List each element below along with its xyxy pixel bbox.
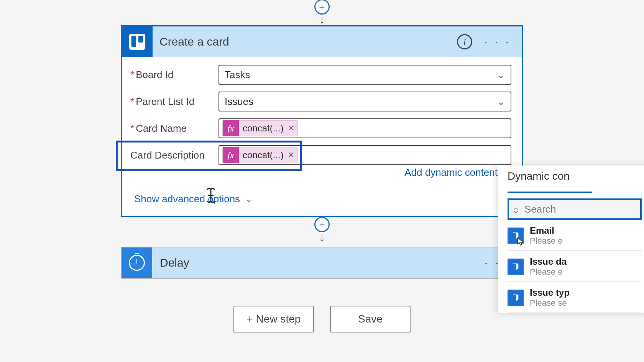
token-label: concat(...) [243, 123, 284, 134]
parent-list-id-dropdown[interactable]: Issues ⌄ [219, 92, 511, 111]
divider [508, 313, 642, 313]
field-label-card-name: *Card Name [130, 123, 219, 134]
expression-token[interactable]: fx concat(...) ✕ [222, 120, 298, 136]
action-card-body: *Board Id Tasks ⌄ *Parent List Id Issues… [122, 57, 522, 216]
footer-buttons: + New step Save [121, 306, 523, 333]
dynamic-content-item-issue-date[interactable]: Issue da Please e [508, 256, 644, 277]
field-parent-list-id: *Parent List Id Issues ⌄ [130, 92, 511, 111]
divider [508, 251, 642, 251]
field-label-card-description: Card Description [130, 149, 219, 161]
form-field-icon [508, 228, 524, 244]
connector-bottom: + ↓ [121, 218, 523, 243]
dc-item-sub: Please e [530, 267, 567, 277]
dc-item-title: Issue da [530, 256, 567, 267]
dynamic-content-item-email[interactable]: Email Please e [508, 225, 644, 246]
divider [508, 282, 642, 282]
card-name-input[interactable]: fx concat(...) ✕ [219, 118, 511, 138]
arrow-down-icon: ↓ [319, 14, 325, 25]
token-label: concat(...) [243, 150, 284, 161]
more-icon[interactable]: · · · [484, 34, 511, 50]
card-description-input[interactable]: fx concat(...) ✕ [219, 145, 511, 165]
chevron-down-icon: ⌄ [497, 96, 505, 108]
add-step-plus-icon[interactable]: + [314, 217, 330, 232]
field-board-id: *Board Id Tasks ⌄ [130, 65, 511, 85]
add-step-plus-icon[interactable]: + [314, 0, 330, 15]
show-advanced-options-label: Show advanced options [134, 193, 240, 205]
field-label-board-id: *Board Id [130, 69, 219, 81]
dynamic-content-heading: Dynamic con [508, 170, 644, 182]
info-icon[interactable]: i [457, 34, 472, 49]
dynamic-content-item-issue-type[interactable]: Issue typ Please se [508, 287, 644, 308]
arrow-down-icon: ↓ [319, 231, 325, 243]
expression-token[interactable]: fx concat(...) ✕ [222, 147, 298, 163]
dynamic-content-tab-underline[interactable] [508, 190, 592, 193]
dynamic-content-panel: Dynamic con ⌕ Search Email Please e Issu… [498, 165, 644, 313]
stopwatch-icon [122, 247, 152, 278]
dc-item-title: Email [530, 225, 563, 236]
dc-item-sub: Please e [530, 236, 563, 246]
fx-icon: fx [223, 120, 239, 136]
field-label-parent-list: *Parent List Id [130, 96, 219, 108]
search-icon: ⌕ [513, 203, 519, 215]
chevron-down-icon: ⌄ [245, 194, 252, 204]
connector-top: + ↓ [121, 0, 523, 25]
chevron-down-icon: ⌄ [497, 69, 505, 81]
show-advanced-options-link[interactable]: Show advanced options ⌄ [134, 193, 252, 205]
remove-token-icon[interactable]: ✕ [288, 150, 294, 160]
svg-rect-1 [131, 36, 136, 47]
svg-rect-2 [138, 36, 143, 43]
dynamic-content-search-input[interactable]: ⌕ Search [508, 198, 642, 220]
parent-list-value: Issues [225, 96, 253, 108]
action-card-create-a-card: Create a card i · · · *Board Id Tasks ⌄ … [121, 25, 523, 217]
action-card-header[interactable]: Create a card i · · · [122, 26, 522, 57]
form-field-icon [508, 290, 524, 306]
board-id-dropdown[interactable]: Tasks ⌄ [219, 65, 511, 85]
action-card-delay[interactable]: Delay · · · [121, 247, 523, 279]
delay-title: Delay [160, 256, 484, 269]
field-card-description: Card Description fx concat(...) ✕ [130, 145, 511, 165]
field-card-name: *Card Name fx concat(...) ✕ [130, 118, 511, 138]
fx-icon: fx [223, 147, 239, 163]
dc-item-sub: Please se [530, 298, 570, 308]
trello-icon [122, 26, 153, 57]
dc-item-title: Issue typ [530, 287, 570, 298]
remove-token-icon[interactable]: ✕ [288, 123, 294, 133]
new-step-button[interactable]: + New step [233, 306, 314, 333]
search-placeholder: Search [524, 203, 556, 215]
action-card-title: Create a card [159, 35, 457, 48]
form-field-icon [508, 259, 524, 275]
save-button[interactable]: Save [330, 306, 411, 333]
board-id-value: Tasks [225, 69, 250, 81]
add-dynamic-content-link[interactable]: Add dynamic content [404, 167, 498, 179]
